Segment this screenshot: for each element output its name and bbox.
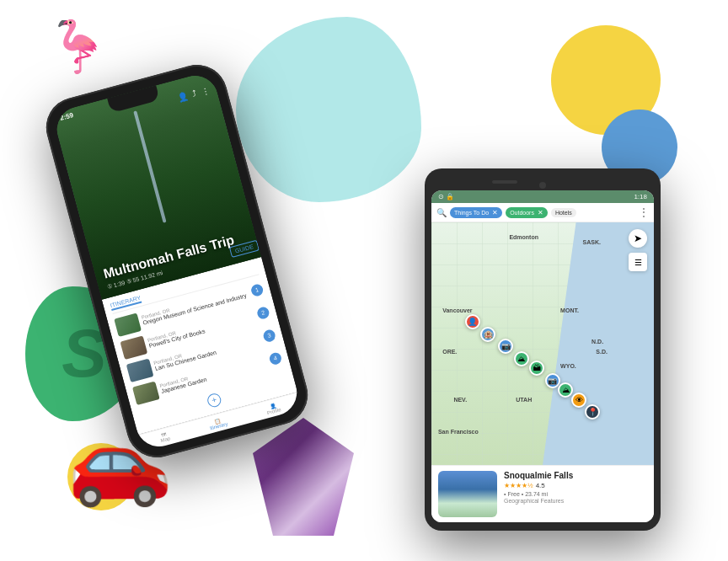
nav-profile[interactable]: 👤Profile (265, 401, 281, 415)
rating-number: 4.5 (536, 482, 545, 489)
nav-itinerary[interactable]: 📋Itinerary (208, 415, 228, 430)
share-icon: ⤴ (191, 88, 198, 99)
android-status-icons: ⊙ 🔒 (438, 193, 454, 200)
map-label-nd: N.D. (592, 339, 603, 345)
background-blob-teal (236, 17, 421, 202)
map-pin-eye[interactable]: 👁 (571, 393, 586, 408)
map-list-button[interactable]: ☰ (629, 253, 647, 271)
map-label-sf: San Francisco (438, 429, 479, 435)
map-pin-mountain-1[interactable]: ⛰ (514, 351, 529, 366)
map-label-sask: SASK. (583, 239, 601, 245)
filter-remove-things-to-do[interactable]: ✕ (492, 209, 498, 216)
place-card-rating-row: ★★★★½ 4.5 (504, 482, 647, 489)
item-number-4: 4 (268, 351, 282, 366)
item-number-3: 3 (262, 329, 276, 343)
rating-stars: ★★★★½ (504, 482, 533, 489)
android-shell: ⊙ 🔒 1:18 🔍 Things To Do ✕ Outdoors ✕ Hot… (425, 168, 661, 531)
filter-chip-things-to-do[interactable]: Things To Do ✕ (450, 207, 502, 218)
android-status-bar: ⊙ 🔒 1:18 (431, 190, 654, 203)
item-number-1: 1 (250, 283, 265, 297)
filter-chip-hotels[interactable]: Hotels (551, 208, 576, 217)
place-card-info: Snoqualmie Falls ★★★★½ 4.5 • Free • 23.7… (504, 471, 647, 517)
map-label-utah: UTAH (516, 397, 532, 403)
filter-chip-outdoors[interactable]: Outdoors ✕ (506, 207, 548, 218)
add-stop-button[interactable]: + (206, 392, 222, 409)
map-pin-user[interactable]: 👤 (465, 314, 480, 329)
filter-label-hotels: Hotels (555, 210, 572, 216)
place-card-type: Geographical Features (504, 498, 647, 504)
android-speaker (492, 180, 517, 184)
map-label-nev: NEV. (453, 397, 467, 403)
android-phone: ⊙ 🔒 1:18 🔍 Things To Do ✕ Outdoors ✕ Hot… (425, 168, 661, 531)
item-thumbnail-3 (126, 358, 154, 382)
map-label-wyo: WYO. (560, 363, 576, 369)
more-options-icon[interactable]: ⋮ (639, 206, 649, 218)
android-search-bar: 🔍 Things To Do ✕ Outdoors ✕ Hotels ⋮ (431, 203, 654, 222)
item-thumbnail-1 (114, 313, 142, 336)
place-card-name: Snoqualmie Falls (504, 471, 647, 480)
item-thumbnail-2 (120, 335, 147, 359)
filter-remove-outdoors[interactable]: ✕ (538, 209, 543, 216)
map-label-vancouver: Vancouver (442, 307, 472, 313)
map-label-mont: MONT. (560, 307, 579, 313)
search-icon: 🔍 (436, 208, 447, 217)
nav-map[interactable]: 🗺Map (158, 430, 171, 444)
place-card-image-inner (438, 471, 497, 517)
android-time: 1:18 (634, 193, 647, 200)
compass-button[interactable]: ➤ (629, 229, 647, 248)
filter-label-outdoors: Outdoors (510, 210, 534, 216)
map-label-ore: ORE. (442, 349, 457, 355)
place-card-image (438, 471, 497, 517)
iphone-hero-image: 2:59 👤 ⤴ ⋮ Multnomah Falls Trip ① 1:39 ⑤… (52, 71, 262, 300)
place-card-details: • Free • 23.74 mi (504, 491, 647, 497)
android-map[interactable]: Edmonton SASK. Vancouver MONT. N.D. ORE.… (431, 222, 654, 465)
android-screen: ⊙ 🔒 1:18 🔍 Things To Do ✕ Outdoors ✕ Hot… (431, 190, 654, 522)
map-label-sd: S.D. (596, 349, 608, 355)
android-camera (539, 182, 546, 189)
map-label-edmonton: Edmonton (509, 234, 538, 240)
map-pin-hotel[interactable]: 🏨 (480, 327, 495, 342)
item-thumbnail-4 (132, 381, 160, 404)
crystal-decoration (253, 418, 354, 536)
item-number-2: 2 (256, 306, 270, 320)
place-card[interactable]: Snoqualmie Falls ★★★★½ 4.5 • Free • 23.7… (431, 465, 654, 522)
map-pin-camera-2[interactable]: 📷 (545, 373, 560, 388)
tab-itinerary[interactable]: ITINERARY (110, 295, 142, 311)
filter-label-things-to-do: Things To Do (454, 210, 489, 216)
